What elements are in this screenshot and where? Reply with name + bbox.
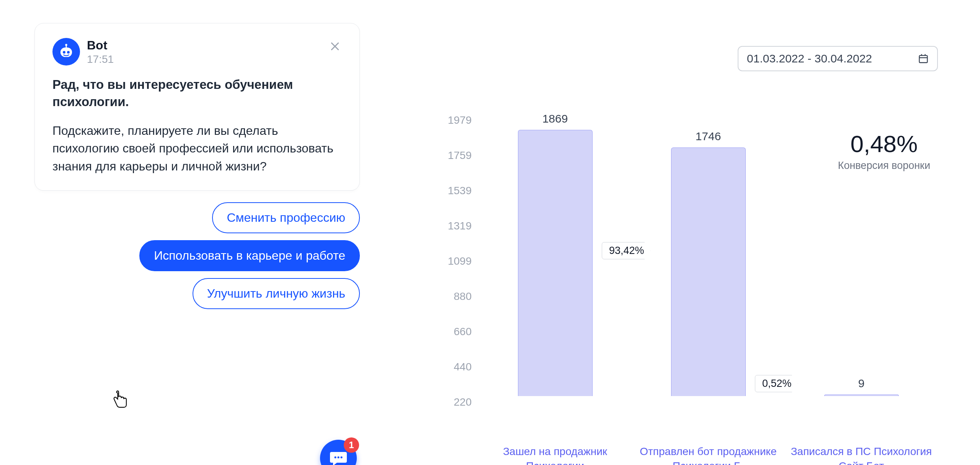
y-tick: 1539 — [448, 185, 472, 221]
y-tick: 1759 — [448, 150, 472, 185]
bot-question-text: Подскажите, планируете ли вы сделать пси… — [52, 122, 342, 175]
y-tick: 440 — [454, 362, 472, 397]
date-range-picker[interactable]: 01.03.2022 - 30.04.2022 — [738, 46, 938, 71]
notification-badge: 1 — [344, 437, 359, 453]
y-axis: 19791759153913191099880660440220 — [436, 115, 479, 432]
svg-point-7 — [334, 456, 336, 458]
analytics-column: 01.03.2022 - 30.04.2022 0,48% Конверсия … — [436, 15, 957, 450]
x-axis-labels: Зашел на продажник ПсихологииОтправлен б… — [479, 444, 938, 465]
funnel-bar[interactable] — [518, 130, 593, 396]
bar-value-label: 9 — [858, 377, 865, 390]
cursor-hand-icon — [112, 390, 129, 408]
date-range-text: 01.03.2022 - 30.04.2022 — [747, 52, 872, 65]
y-tick: 1319 — [448, 221, 472, 256]
svg-point-4 — [67, 51, 70, 54]
bar-value-label: 1869 — [542, 112, 568, 125]
bot-message-card: Bot 17:51 Рад, что вы интересуетесь обуч… — [34, 23, 360, 191]
y-tick: 1099 — [448, 256, 472, 291]
svg-point-8 — [337, 456, 339, 458]
funnel-bar[interactable] — [824, 395, 899, 396]
bot-avatar-icon — [52, 38, 80, 65]
chart-plot-area: 18691746993,42%0,52% — [479, 115, 938, 397]
y-tick: 220 — [454, 397, 472, 432]
bot-greeting-text: Рад, что вы интересуетесь обучением псих… — [52, 76, 342, 110]
bar-value-label: 1746 — [696, 130, 721, 143]
chat-launcher-button[interactable]: 1 — [320, 440, 357, 465]
x-axis-label: Записался в ПС Психология Сайт Бот — [785, 444, 938, 465]
close-icon[interactable] — [328, 39, 342, 53]
x-axis-label: Зашел на продажник Психологии — [479, 444, 632, 465]
svg-point-9 — [340, 456, 342, 458]
chat-header: Bot 17:51 — [52, 38, 342, 65]
quick-reply-use-in-career[interactable]: Использовать в карьере и работе — [139, 240, 360, 271]
quick-reply-improve-life[interactable]: Улучшить личную жизнь — [193, 278, 360, 309]
svg-point-3 — [63, 51, 65, 54]
svg-rect-10 — [920, 56, 928, 63]
x-axis-label: Отправлен бот продажнике Психологии Б. — [632, 444, 785, 465]
bar-slot: 1746 — [632, 115, 785, 396]
calendar-icon — [918, 53, 929, 64]
message-time: 17:51 — [87, 53, 114, 65]
bar-slot: 9 — [785, 115, 938, 396]
funnel-chart: 19791759153913191099880660440220 1869174… — [436, 115, 938, 432]
quick-reply-list: Сменить профессию Использовать в карьере… — [23, 202, 360, 309]
transition-percent-label: 0,52% — [755, 375, 798, 392]
funnel-bar[interactable] — [671, 147, 746, 396]
svg-point-1 — [65, 44, 67, 46]
y-tick: 880 — [454, 291, 472, 326]
quick-reply-change-profession[interactable]: Сменить профессию — [212, 202, 360, 233]
chat-column: Bot 17:51 Рад, что вы интересуетесь обуч… — [23, 15, 368, 450]
bot-name: Bot — [87, 38, 114, 52]
y-tick: 660 — [454, 326, 472, 362]
y-tick: 1979 — [448, 115, 472, 150]
transition-percent-label: 93,42% — [602, 242, 651, 259]
